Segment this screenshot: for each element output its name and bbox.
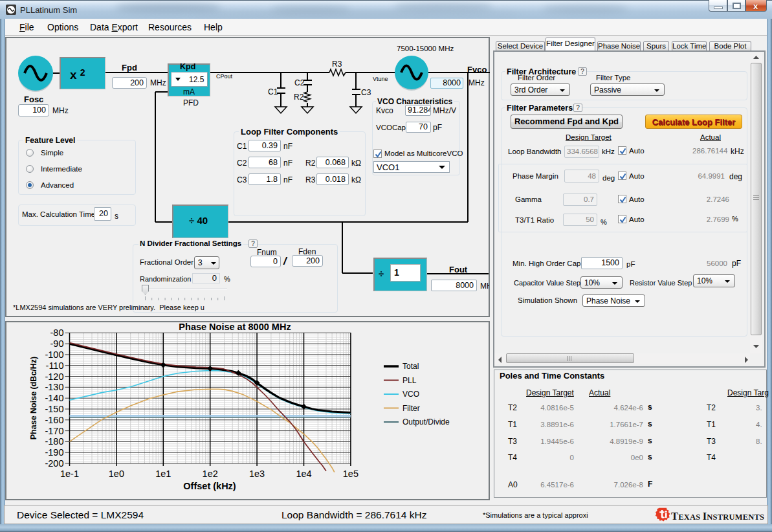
svg-text:-120: -120 bbox=[45, 371, 63, 382]
svg-text:Offset (kHz): Offset (kHz) bbox=[183, 481, 236, 491]
svg-text:-200: -200 bbox=[45, 458, 63, 469]
svg-text:-90: -90 bbox=[50, 338, 64, 349]
svg-text:-150: -150 bbox=[45, 404, 63, 414]
svg-text:Output/Divide: Output/Divide bbox=[403, 417, 450, 427]
svg-text:1e2: 1e2 bbox=[203, 469, 218, 479]
svg-text:-130: -130 bbox=[45, 382, 63, 392]
svg-text:-170: -170 bbox=[45, 426, 63, 436]
svg-text:1e1: 1e1 bbox=[155, 469, 171, 479]
svg-text:1e4: 1e4 bbox=[296, 469, 311, 479]
svg-text:Filter: Filter bbox=[403, 404, 420, 413]
svg-text:-160: -160 bbox=[45, 415, 63, 425]
svg-text:1e5: 1e5 bbox=[343, 469, 358, 479]
svg-text:Total: Total bbox=[403, 362, 419, 371]
svg-text:-180: -180 bbox=[45, 436, 63, 447]
svg-text:PLL: PLL bbox=[403, 376, 417, 385]
svg-text:-140: -140 bbox=[45, 393, 63, 403]
svg-text:-100: -100 bbox=[45, 349, 63, 360]
svg-text:-80: -80 bbox=[50, 327, 64, 338]
svg-text:Phase Noise (dBc/Hz): Phase Noise (dBc/Hz) bbox=[29, 357, 38, 440]
svg-text:-190: -190 bbox=[45, 447, 63, 458]
svg-text:1e-1: 1e-1 bbox=[60, 469, 79, 479]
svg-text:1e3: 1e3 bbox=[249, 469, 265, 479]
svg-text:VCO: VCO bbox=[403, 390, 419, 399]
svg-text:-110: -110 bbox=[46, 360, 64, 371]
svg-text:Phase Noise at 8000 MHz: Phase Noise at 8000 MHz bbox=[179, 322, 291, 332]
svg-text:1e0: 1e0 bbox=[109, 469, 124, 479]
